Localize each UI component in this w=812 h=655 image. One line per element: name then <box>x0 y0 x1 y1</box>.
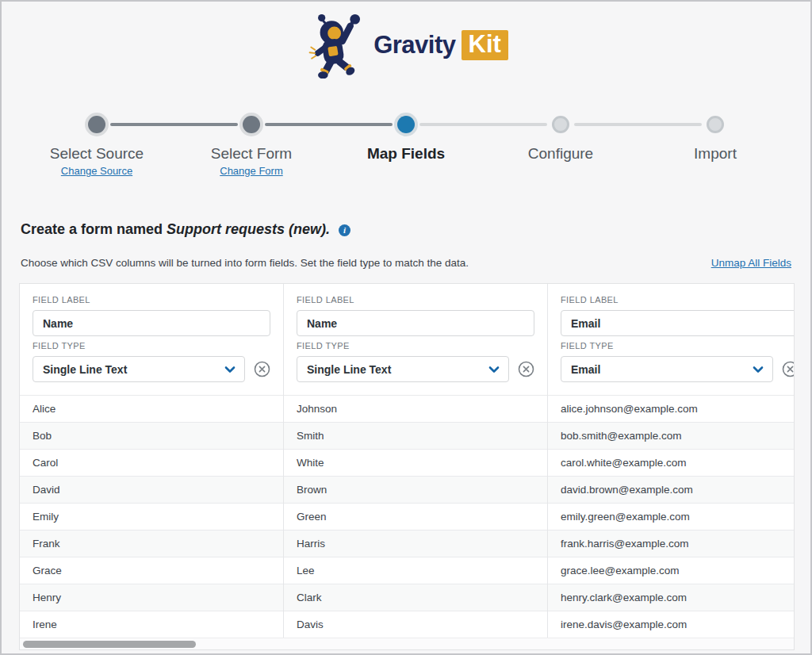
unmap-field-button[interactable] <box>254 361 270 377</box>
chevron-down-icon <box>488 363 500 376</box>
astronaut-mascot-icon <box>304 12 370 79</box>
field-type-caption: FIELD TYPE <box>561 341 795 350</box>
field-type-row: Single Line Text <box>297 356 534 382</box>
step-dot <box>707 116 724 133</box>
field-type-value: Email <box>571 363 600 376</box>
step-dot <box>243 116 260 133</box>
preview-cell: Bob <box>20 422 283 449</box>
field-type-value: Single Line Text <box>43 363 127 376</box>
form-name: Support requests (new). <box>167 221 330 237</box>
preview-cell: Lee <box>284 557 547 584</box>
brand-name-primary: Gravity <box>373 31 455 59</box>
field-type-caption: FIELD TYPE <box>297 341 534 350</box>
unmap-field-button[interactable] <box>782 361 795 377</box>
step-connector <box>265 123 393 126</box>
mapper-column: FIELD LABEL FIELD TYPE Email alice.jo <box>548 284 795 638</box>
field-label-caption: FIELD LABEL <box>297 295 534 305</box>
preview-cell: Green <box>284 503 547 530</box>
mapper-columns: FIELD LABEL FIELD TYPE Single Line Text <box>20 284 794 638</box>
preview-cell: irene.davis@example.com <box>548 611 795 638</box>
page-subtitle: Choose which CSV columns will be turned … <box>21 257 469 269</box>
preview-cell: Clark <box>284 584 547 611</box>
preview-cell: Grace <box>20 557 283 584</box>
preview-cell: david.brown@example.com <box>548 476 795 503</box>
page-head: Create a form named Support requests (ne… <box>2 177 810 238</box>
field-label-input[interactable] <box>33 310 270 336</box>
preview-cell: henry.clark@example.com <box>548 584 795 611</box>
step-dot <box>88 116 105 133</box>
scrollbar-thumb[interactable] <box>23 641 196 648</box>
step-connector <box>419 123 547 126</box>
preview-cell: grace.lee@example.com <box>548 557 795 584</box>
page-title: Create a form named Support requests (ne… <box>21 221 791 238</box>
preview-cell: frank.harris@example.com <box>548 530 795 557</box>
info-icon[interactable]: i <box>339 224 350 236</box>
step-label: Select Form <box>211 145 292 163</box>
preview-cell: carol.white@example.com <box>548 449 795 476</box>
step-change-link[interactable]: Change Source <box>61 165 132 177</box>
app-header: Gravity Kit <box>2 2 810 79</box>
preview-cell: Johnson <box>284 395 547 422</box>
field-label-input[interactable] <box>297 310 534 336</box>
column-header: FIELD LABEL FIELD TYPE Email <box>548 284 795 395</box>
preview-cell: emily.green@example.com <box>548 503 795 530</box>
field-label-input[interactable] <box>561 310 795 336</box>
sub-row: Choose which CSV columns will be turned … <box>2 238 810 277</box>
mapper-column: FIELD LABEL FIELD TYPE Single Line Text <box>284 284 548 638</box>
preview-cell: Davis <box>284 611 547 638</box>
field-label-caption: FIELD LABEL <box>561 295 795 305</box>
chevron-down-icon <box>752 363 764 376</box>
step-label: Import <box>694 145 737 163</box>
preview-cell: David <box>20 476 283 503</box>
circle-x-icon <box>518 361 534 377</box>
field-type-select[interactable]: Single Line Text <box>297 356 509 382</box>
field-type-row: Single Line Text <box>33 356 270 382</box>
preview-cell: Emily <box>20 503 283 530</box>
unmap-field-button[interactable] <box>518 361 534 377</box>
chevron-down-icon <box>224 363 236 376</box>
preview-cell: Frank <box>20 530 283 557</box>
preview-cell: alice.johnson@example.com <box>548 395 795 422</box>
page-title-prefix: Create a form named <box>21 221 167 237</box>
column-header: FIELD LABEL FIELD TYPE Single Line Text <box>284 284 547 395</box>
field-type-row: Email <box>561 356 795 382</box>
step-label: Configure <box>528 145 593 163</box>
stepper: Select Source Change Source Select Form … <box>20 116 793 177</box>
unmap-all-fields-link[interactable]: Unmap All Fields <box>711 257 791 269</box>
preview-cell: Brown <box>284 476 547 503</box>
preview-cell: Alice <box>20 395 283 422</box>
step-dot <box>397 116 415 133</box>
step-change-link[interactable]: Change Form <box>220 165 282 177</box>
preview-cell: Irene <box>20 611 283 638</box>
preview-cell: Harris <box>284 530 547 557</box>
field-mapping-card: FIELD LABEL FIELD TYPE Single Line Text <box>19 283 795 650</box>
field-type-caption: FIELD TYPE <box>33 341 270 350</box>
field-type-value: Single Line Text <box>307 363 391 376</box>
preview-cell: Carol <box>20 449 283 476</box>
step-import: Import <box>638 116 793 177</box>
field-type-select[interactable]: Email <box>561 356 773 382</box>
preview-cell: Smith <box>284 422 547 449</box>
step-connector <box>574 123 702 126</box>
circle-x-icon <box>782 361 795 377</box>
preview-cell: White <box>284 449 547 476</box>
column-header: FIELD LABEL FIELD TYPE Single Line Text <box>20 284 283 395</box>
field-type-select[interactable]: Single Line Text <box>33 356 245 382</box>
field-label-caption: FIELD LABEL <box>33 295 270 305</box>
brand-name-badge: Kit <box>462 30 508 60</box>
step-label: Map Fields <box>367 145 445 163</box>
step-connector <box>110 123 238 126</box>
circle-x-icon <box>254 361 270 377</box>
mapper-column: FIELD LABEL FIELD TYPE Single Line Text <box>20 284 284 638</box>
step-label: Select Source <box>50 145 144 163</box>
preview-cell: Henry <box>20 584 283 611</box>
horizontal-scrollbar[interactable] <box>20 638 794 649</box>
step-dot <box>552 116 569 133</box>
preview-cell: bob.smith@example.com <box>548 422 795 449</box>
